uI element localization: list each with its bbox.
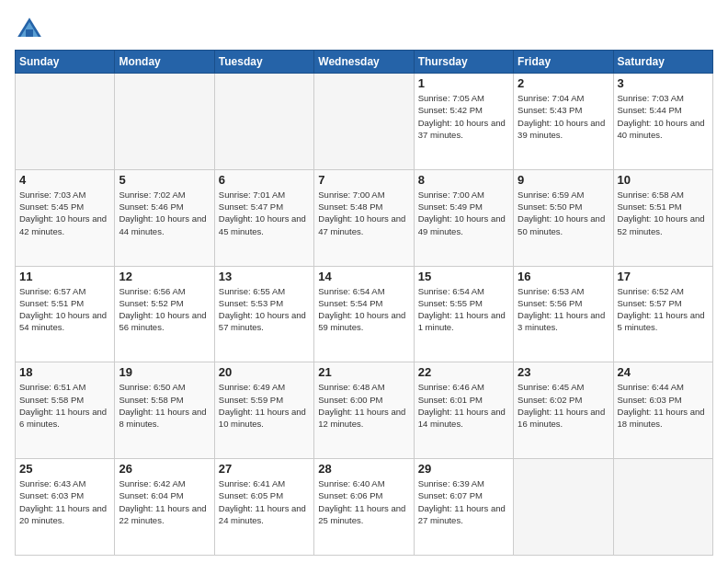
day-cell: 3Sunrise: 7:03 AMSunset: 5:44 PMDaylight…: [613, 74, 712, 170]
day-detail: Sunrise: 6:41 AMSunset: 6:05 PMDaylight:…: [219, 477, 310, 526]
day-number: 25: [19, 462, 110, 476]
week-row-5: 25Sunrise: 6:43 AMSunset: 6:03 PMDayligh…: [16, 459, 713, 556]
day-detail: Sunrise: 6:44 AMSunset: 6:03 PMDaylight:…: [618, 381, 709, 430]
day-number: 9: [518, 173, 609, 187]
day-number: 2: [518, 76, 609, 90]
day-cell: 26Sunrise: 6:42 AMSunset: 6:04 PMDayligh…: [115, 459, 214, 556]
day-cell: 22Sunrise: 6:46 AMSunset: 6:01 PMDayligh…: [414, 362, 513, 459]
calendar-table: SundayMondayTuesdayWednesdayThursdayFrid…: [15, 50, 713, 556]
svg-rect-2: [26, 29, 33, 37]
day-number: 13: [219, 270, 310, 283]
day-cell: 5Sunrise: 7:02 AMSunset: 5:46 PMDaylight…: [115, 169, 214, 266]
day-number: 8: [418, 173, 509, 187]
week-row-3: 11Sunrise: 6:57 AMSunset: 5:51 PMDayligh…: [16, 266, 713, 362]
day-number: 17: [618, 270, 709, 283]
day-cell: 24Sunrise: 6:44 AMSunset: 6:03 PMDayligh…: [613, 362, 712, 459]
weekday-header-wednesday: Wednesday: [314, 51, 414, 74]
day-cell: 2Sunrise: 7:04 AMSunset: 5:43 PMDaylight…: [514, 74, 613, 170]
day-detail: Sunrise: 6:56 AMSunset: 5:52 PMDaylight:…: [119, 285, 210, 334]
day-number: 26: [119, 462, 210, 476]
day-detail: Sunrise: 6:43 AMSunset: 6:03 PMDaylight:…: [19, 477, 110, 526]
day-number: 29: [418, 462, 509, 476]
day-number: 24: [618, 365, 709, 379]
day-number: 15: [418, 270, 509, 283]
day-cell: 11Sunrise: 6:57 AMSunset: 5:51 PMDayligh…: [16, 266, 115, 362]
day-detail: Sunrise: 6:51 AMSunset: 5:58 PMDaylight:…: [19, 381, 110, 430]
day-detail: Sunrise: 7:05 AMSunset: 5:42 PMDaylight:…: [418, 92, 509, 141]
header-area: [15, 15, 713, 44]
day-cell: 6Sunrise: 7:01 AMSunset: 5:47 PMDaylight…: [214, 169, 313, 266]
weekday-header-row: SundayMondayTuesdayWednesdayThursdayFrid…: [16, 51, 713, 74]
day-cell: 25Sunrise: 6:43 AMSunset: 6:03 PMDayligh…: [16, 459, 115, 556]
week-row-4: 18Sunrise: 6:51 AMSunset: 5:58 PMDayligh…: [16, 362, 713, 459]
day-cell: 12Sunrise: 6:56 AMSunset: 5:52 PMDayligh…: [115, 266, 214, 362]
day-cell: 27Sunrise: 6:41 AMSunset: 6:05 PMDayligh…: [214, 459, 313, 556]
day-cell: 13Sunrise: 6:55 AMSunset: 5:53 PMDayligh…: [214, 266, 313, 362]
week-row-2: 4Sunrise: 7:03 AMSunset: 5:45 PMDaylight…: [16, 169, 713, 266]
weekday-header-sunday: Sunday: [16, 51, 115, 74]
day-detail: Sunrise: 7:00 AMSunset: 5:49 PMDaylight:…: [418, 189, 509, 237]
day-detail: Sunrise: 6:54 AMSunset: 5:54 PMDaylight:…: [318, 285, 409, 334]
day-number: 5: [119, 173, 210, 187]
day-number: 22: [418, 365, 509, 379]
day-detail: Sunrise: 6:58 AMSunset: 5:51 PMDaylight:…: [618, 189, 709, 237]
day-number: 19: [119, 365, 210, 379]
day-detail: Sunrise: 7:03 AMSunset: 5:45 PMDaylight:…: [19, 189, 110, 237]
day-number: 20: [219, 365, 310, 379]
day-detail: Sunrise: 6:59 AMSunset: 5:50 PMDaylight:…: [518, 189, 609, 237]
weekday-header-thursday: Thursday: [414, 51, 513, 74]
day-cell: 21Sunrise: 6:48 AMSunset: 6:00 PMDayligh…: [314, 362, 414, 459]
day-number: 16: [518, 270, 609, 283]
day-cell: [314, 74, 414, 170]
day-number: 28: [318, 462, 409, 476]
day-detail: Sunrise: 6:52 AMSunset: 5:57 PMDaylight:…: [618, 285, 709, 334]
day-cell: 17Sunrise: 6:52 AMSunset: 5:57 PMDayligh…: [613, 266, 712, 362]
day-detail: Sunrise: 6:45 AMSunset: 6:02 PMDaylight:…: [518, 381, 609, 430]
day-cell: 29Sunrise: 6:39 AMSunset: 6:07 PMDayligh…: [414, 459, 513, 556]
day-number: 3: [618, 76, 709, 90]
day-detail: Sunrise: 7:00 AMSunset: 5:48 PMDaylight:…: [318, 189, 409, 237]
day-cell: 14Sunrise: 6:54 AMSunset: 5:54 PMDayligh…: [314, 266, 414, 362]
weekday-header-friday: Friday: [514, 51, 613, 74]
weekday-header-tuesday: Tuesday: [214, 51, 313, 74]
day-number: 6: [219, 173, 310, 187]
day-detail: Sunrise: 6:48 AMSunset: 6:00 PMDaylight:…: [318, 381, 409, 430]
day-cell: [214, 74, 313, 170]
day-cell: [16, 74, 115, 170]
day-detail: Sunrise: 6:50 AMSunset: 5:58 PMDaylight:…: [119, 381, 210, 430]
weekday-header-monday: Monday: [115, 51, 214, 74]
day-cell: [514, 459, 613, 556]
day-number: 11: [19, 270, 110, 283]
day-number: 27: [219, 462, 310, 476]
day-detail: Sunrise: 7:04 AMSunset: 5:43 PMDaylight:…: [518, 92, 609, 141]
page: SundayMondayTuesdayWednesdayThursdayFrid…: [0, 0, 728, 563]
day-cell: 7Sunrise: 7:00 AMSunset: 5:48 PMDaylight…: [314, 169, 414, 266]
day-number: 1: [418, 76, 509, 90]
day-detail: Sunrise: 7:03 AMSunset: 5:44 PMDaylight:…: [618, 92, 709, 141]
day-cell: 20Sunrise: 6:49 AMSunset: 5:59 PMDayligh…: [214, 362, 313, 459]
day-cell: 28Sunrise: 6:40 AMSunset: 6:06 PMDayligh…: [314, 459, 414, 556]
day-cell: [613, 459, 712, 556]
day-cell: 15Sunrise: 6:54 AMSunset: 5:55 PMDayligh…: [414, 266, 513, 362]
day-number: 10: [618, 173, 709, 187]
day-number: 7: [318, 173, 409, 187]
day-number: 23: [518, 365, 609, 379]
day-cell: [115, 74, 214, 170]
day-cell: 10Sunrise: 6:58 AMSunset: 5:51 PMDayligh…: [613, 169, 712, 266]
day-number: 21: [318, 365, 409, 379]
day-detail: Sunrise: 7:01 AMSunset: 5:47 PMDaylight:…: [219, 189, 310, 237]
day-detail: Sunrise: 6:40 AMSunset: 6:06 PMDaylight:…: [318, 477, 409, 526]
day-detail: Sunrise: 6:49 AMSunset: 5:59 PMDaylight:…: [219, 381, 310, 430]
logo-icon: [15, 15, 44, 44]
weekday-header-saturday: Saturday: [613, 51, 712, 74]
day-cell: 19Sunrise: 6:50 AMSunset: 5:58 PMDayligh…: [115, 362, 214, 459]
day-detail: Sunrise: 7:02 AMSunset: 5:46 PMDaylight:…: [119, 189, 210, 237]
day-detail: Sunrise: 6:46 AMSunset: 6:01 PMDaylight:…: [418, 381, 509, 430]
logo: [15, 15, 48, 44]
day-cell: 23Sunrise: 6:45 AMSunset: 6:02 PMDayligh…: [514, 362, 613, 459]
day-cell: 4Sunrise: 7:03 AMSunset: 5:45 PMDaylight…: [16, 169, 115, 266]
day-detail: Sunrise: 6:57 AMSunset: 5:51 PMDaylight:…: [19, 285, 110, 334]
day-number: 4: [19, 173, 110, 187]
day-cell: 1Sunrise: 7:05 AMSunset: 5:42 PMDaylight…: [414, 74, 513, 170]
day-detail: Sunrise: 6:42 AMSunset: 6:04 PMDaylight:…: [119, 477, 210, 526]
